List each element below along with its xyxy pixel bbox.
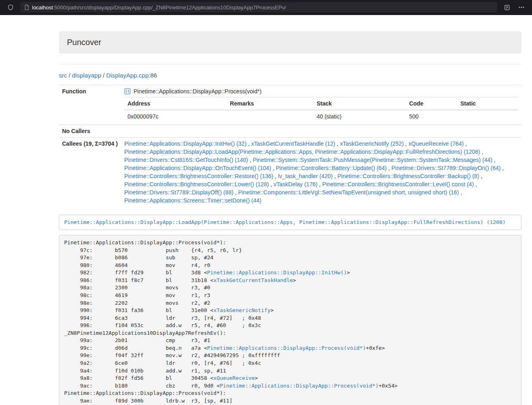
callees-label: Callees (19, Σ=3704 ) <box>59 138 121 207</box>
callee-link[interactable]: Pinetime::Controllers::BrightnessControl… <box>124 181 269 187</box>
url-bar[interactable]: localhost:5000/path/src/displayapp/Displ… <box>20 2 497 13</box>
symbol-link[interactable]: Pinetime::Applications::DisplayApp::Proc… <box>207 345 366 351</box>
callees-cell: Pinetime::Applications::DisplayApp::Init… <box>121 138 521 207</box>
breadcrumb-link[interactable]: DisplayApp.cpp: <box>106 72 150 79</box>
symbol-table: Function Pinetime::Applications::Display… <box>59 85 521 207</box>
symbol-link[interactable]: xTaskGetCurrentTaskHandle <box>213 277 293 283</box>
no-callers-row: No Callers <box>59 125 521 138</box>
shield-icon[interactable] <box>6 2 15 12</box>
url-host: localhost <box>32 4 53 11</box>
stats-value-row: 0x0000097c40 (static)500 <box>124 110 518 123</box>
callee-link[interactable]: Pinetime::Drivers::Cst816S::GetTouchInfo… <box>124 157 248 163</box>
function-name-line: Pinetime::Applications::DisplayApp::Proc… <box>124 87 518 95</box>
callee-link[interactable]: xTaskGenericNotify (252) <box>340 140 404 147</box>
symbol-link[interactable]: Pinetime::Applications::DisplayApp::Proc… <box>220 383 379 389</box>
symbol-link[interactable]: xTaskGenericNotify <box>213 307 271 313</box>
stats-header: Static <box>457 97 518 110</box>
callee-link[interactable]: Pinetime::Applications::DisplayApp::Init… <box>124 140 246 147</box>
symbol-link[interactable]: Pinetime::Applications::DisplayApp::Init… <box>207 269 347 276</box>
callee-link[interactable]: xQueueReceive (764) <box>409 140 464 147</box>
callee-link[interactable]: Pinetime::Drivers::St7789::DisplayOff() … <box>124 189 233 196</box>
stats-header: Address <box>124 97 226 110</box>
stats-header: Remarks <box>227 97 314 110</box>
stats-value: 0x0000097c <box>124 110 226 123</box>
callee-link[interactable]: Pinetime::Controllers::BrightnessControl… <box>124 173 273 179</box>
divider <box>59 64 521 65</box>
callee-link[interactable]: vTaskDelay (176) <box>274 181 317 187</box>
stats-header: Code <box>406 97 457 110</box>
highlight-box: Pinetime::Applications::DisplayApp::Load… <box>59 215 521 230</box>
url-text: localhost:5000/path/src/displayapp/Displ… <box>32 4 286 11</box>
function-label: Function <box>59 85 121 125</box>
browser-toolbar: localhost:5000/path/src/displayapp/Displ… <box>0 0 532 15</box>
stats-value: 500 <box>406 110 457 123</box>
function-name: Pinetime::Applications::DisplayApp::Proc… <box>134 87 261 95</box>
reader-mode-icon[interactable] <box>502 2 512 12</box>
breadcrumb-link[interactable]: displayapp <box>72 72 101 79</box>
page-title: Puncover <box>67 38 101 47</box>
callee-link[interactable]: Pinetime::Applications::DisplayApp::OnTo… <box>124 165 271 171</box>
page-icon <box>24 4 29 10</box>
main-content: Puncover src / displayapp / DisplayApp.c… <box>59 31 521 405</box>
app-header: Puncover <box>59 31 521 54</box>
stats-table: AddressRemarksStackCodeStatic 0x0000097c… <box>124 97 518 123</box>
symbol-link[interactable]: xQueueReceive <box>213 375 255 381</box>
breadcrumb: src / displayapp / DisplayApp.cpp:86 <box>59 71 521 80</box>
breadcrumb-link[interactable]: src <box>59 72 67 79</box>
callee-link[interactable]: Pinetime::Controllers::BrightnessControl… <box>337 173 479 179</box>
stats-value <box>227 110 314 123</box>
callee-link[interactable]: Pinetime::Drivers::St7789::DisplayOn() (… <box>392 165 501 171</box>
stats-header-row: AddressRemarksStackCodeStatic <box>124 97 518 110</box>
stats-value: 40 (static) <box>313 110 406 123</box>
stats-value <box>457 110 518 123</box>
no-callers-label: No Callers <box>59 125 121 138</box>
function-icon <box>124 88 131 95</box>
callee-link[interactable]: xTaskGetCurrentTaskHandle (12) <box>251 140 335 147</box>
function-cell: Pinetime::Applications::DisplayApp::Proc… <box>121 85 521 125</box>
callee-link[interactable]: Pinetime::Components::LittleVgl::SetNewT… <box>238 189 459 196</box>
highlight-link[interactable]: Pinetime::Applications::DisplayApp::Load… <box>64 219 506 225</box>
function-row: Function Pinetime::Applications::Display… <box>59 85 521 125</box>
disassembly: Pinetime::Applications::DisplayApp::Proc… <box>59 235 521 405</box>
callee-link[interactable]: Pinetime::Applications::Screens::Timer::… <box>124 197 261 204</box>
callee-link[interactable]: Pinetime::System::SystemTask::PushMessag… <box>253 157 493 163</box>
callee-link[interactable]: lv_task_handler (420) <box>278 173 333 179</box>
callee-link[interactable]: Pinetime::Controllers::BrightnessControl… <box>322 181 474 187</box>
callee-link[interactable]: Pinetime::Controllers::Battery::Update()… <box>276 165 387 171</box>
callee-link[interactable]: Pinetime::Applications::DisplayApp::Load… <box>124 149 480 155</box>
stats-header: Stack <box>313 97 406 110</box>
callees-row: Callees (19, Σ=3704 ) Pinetime::Applicat… <box>59 138 521 207</box>
url-path: :5000/path/src/displayapp/DisplayApp.cpp… <box>53 4 286 11</box>
no-callers-cell <box>121 125 521 138</box>
menu-icon[interactable] <box>517 2 526 12</box>
